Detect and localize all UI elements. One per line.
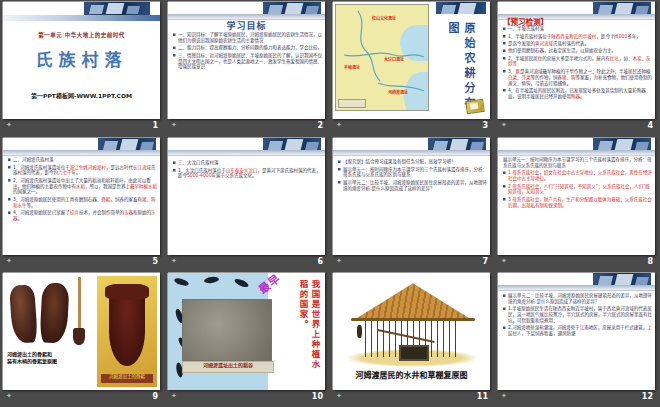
text-line: 3 母系氏族社会，财产共有，生产和分配都以集体为基础；父系氏族社会后期，出现私有…	[503, 196, 653, 208]
slide-cell-5: 二、河姆渡氏族村落1、河姆渡氏族村落遗址位于浙江余姚河姆渡村，是远古时代长江流域…	[0, 136, 165, 272]
text-line: 他们使用磨制石器，过着定居生活，以原始农业为主。	[503, 48, 653, 54]
slide-cell-1: 第一单元 中华大地上的史前时代 氏族村落 第一PPT模板网-WWW.1PPT.C…	[0, 0, 165, 136]
bullet-icon	[503, 57, 506, 60]
bullet-icon	[173, 54, 176, 57]
text-line: 1 母系氏族社会，妇女在社会中占主导地位；父系氏族社会，男性在经济社会中占主导地…	[503, 170, 653, 182]
text-line: 展示单元一：按时间顺序为本节课学习的三个氏族村落遗存排序，分析：母系氏族与父系氏…	[503, 157, 653, 169]
animation-indicator-icon: ✦	[336, 258, 342, 265]
slide-number: 1	[152, 121, 158, 130]
slide-cell-11: 河姆渡居民的水井和草棚复原图 ✦ 11	[330, 271, 495, 407]
text-line: 是迄今发现的黄河流域氏族村落的代表。	[503, 41, 653, 47]
text-line: 展示单元一：按时间顺序为本节课学习的三个氏族村落遗存排序，分析：母系氏族与父系氏…	[338, 166, 488, 178]
slide-thumbnail-6[interactable]: 三、大汶口氏族村落1、大汶口氏族村落位于山东泰安大汶口，是黄河下游氏族村落的代表…	[168, 138, 325, 255]
slide-body: 三、大汶口氏族村落1、大汶口氏族村落位于山东泰安大汶口，是黄河下游氏族村落的代表…	[173, 160, 323, 201]
slide-thumbnail-4[interactable]: 【预习检测】 一、半坡氏族村落1、半坡氏族村落位于陕西西安附近的半坡村，距今 约…	[498, 2, 655, 119]
bone-blade	[73, 328, 85, 345]
text-line: 4、河姆渡原始居民已掌握了挖井技术，并会制作简单的玉器和原始的乐器。	[8, 209, 158, 221]
slide-cell-8: 展示单元一：按时间顺序为本节课学习的三个氏族村落遗存排序，分析：母系氏族与父系氏…	[495, 136, 660, 272]
header-band	[498, 150, 655, 156]
thatched-roof	[355, 283, 471, 319]
animation-indicator-icon: ✦	[336, 122, 342, 129]
slide-cell-3: 红山文化遗址 大汶口遗址 半坡遗址 河姆渡遗址 原始农耕分布图 ✦ 3	[330, 0, 495, 136]
header-band	[333, 150, 490, 156]
slide-number: 10	[312, 392, 323, 401]
slide-number: 2	[317, 121, 323, 130]
slide-thumbnail-10[interactable]: 河姆渡遗址出土的稻谷 我国是世界上种植水稻的国家。 最早	[168, 273, 325, 390]
wooden-handle	[78, 277, 81, 333]
slide-body: 【探究案】结合预习成果及各组任务分配，高效学习吧！展示单元一：按时间顺序为本节课…	[338, 159, 488, 226]
slide-thumbnail-3[interactable]: 红山文化遗址 大汶口遗址 半坡遗址 河姆渡遗址 原始农耕分布图	[333, 2, 490, 119]
slide-body: 展示单元二：比较半坡、河姆渡原始居民房屋建筑形态的差异，从地理环境的角度分析:是…	[503, 293, 653, 384]
slide-body: 展示单元一：按时间顺序为本节课学习的三个氏族村落遗存排序，分析：母系氏族与父系氏…	[503, 157, 653, 255]
header-band	[498, 285, 655, 291]
map-label: 红山文化遗址	[372, 16, 396, 21]
footer-credit: 第一PPT模板网-WWW.1PPT.COM	[3, 92, 160, 108]
bullet-icon	[503, 70, 506, 73]
bullet-icon	[503, 198, 506, 201]
map-label: 河姆渡遗址	[388, 90, 408, 95]
text-line: 展示单元二：比较半坡、河姆渡原始居民房屋建筑形态的差异，从地理环境的角度分析:是…	[503, 293, 653, 305]
slide-thumbnail-7[interactable]: 【探究案】结合预习成果及各组任务分配，高效学习吧！展示单元一：按时间顺序为本节课…	[333, 138, 490, 255]
photo-caption: 河姆渡出土的骨耜	[101, 374, 153, 383]
slide-body: 二、河姆渡氏族村落1、河姆渡氏族村落遗址位于浙江余姚河姆渡村，是远古时代长江流域…	[8, 157, 158, 255]
slide-cell-12: 展示单元二：比较半坡、河姆渡原始居民房屋建筑形态的差异，从地理环境的角度分析:是…	[495, 271, 660, 407]
animation-indicator-icon: ✦	[171, 258, 177, 265]
bullet-icon	[173, 161, 176, 164]
slide-thumbnail-1[interactable]: 第一单元 中华大地上的史前时代 氏族村落 第一PPT模板网-WWW.1PPT.C…	[3, 2, 160, 119]
slide-thumbnail-8[interactable]: 展示单元一：按时间顺序为本节课学习的三个氏族村落遗存排序，分析：母系氏族与父系氏…	[498, 138, 655, 255]
text-line: 一、知识目标：了解半坡原始居民、河姆渡原始居民的农耕生活情况，以他们为例说出我国…	[173, 32, 323, 44]
map-label: 半坡遗址	[344, 65, 360, 70]
bullet-icon	[503, 295, 506, 298]
bullet-icon	[503, 42, 506, 45]
bullet-icon	[503, 171, 506, 174]
bullet-icon	[503, 89, 506, 92]
roof-eave	[351, 318, 475, 321]
template-decoration-image	[593, 273, 651, 285]
slide-title: 氏族村落	[3, 46, 160, 71]
slide-number: 8	[647, 257, 653, 266]
template-decoration-image	[98, 138, 156, 150]
animation-indicator-icon: ✦	[6, 258, 12, 265]
text-line: 【探究案】结合预习成果及各组任务分配，高效学习吧！	[338, 159, 488, 165]
text-line: 一、半坡氏族村落	[503, 26, 653, 32]
slide-body: 一、半坡氏族村落1、半坡氏族村落位于陕西西安附近的半坡村，距今 约6000多年，…	[503, 26, 653, 119]
bullet-icon	[503, 50, 506, 53]
slide-thumbnail-12[interactable]: 展示单元二：比较半坡、河姆渡原始居民房屋建筑形态的差异，从地理环境的角度分析:是…	[498, 273, 655, 390]
text-line: 三、大汶口氏族村落	[173, 160, 323, 166]
template-decoration-image	[84, 2, 150, 15]
text-line: 2.河姆渡地处湿热潮湿，河姆渡处于江南地区，房屋采用干栏式建筑，上层住人，下层饲…	[503, 326, 653, 338]
slide-number: 9	[152, 392, 158, 401]
animation-indicator-icon: ✦	[6, 122, 12, 129]
bullet-icon	[8, 211, 11, 214]
slide-body: 一、知识目标：了解半坡原始居民、河姆渡原始居民的农耕生活情况，以他们为例说出我国…	[173, 32, 323, 111]
bone-tool	[109, 284, 145, 366]
animation-indicator-icon: ✦	[171, 122, 177, 129]
slide-number: 5	[152, 257, 158, 266]
bullet-icon	[503, 327, 506, 330]
slide-thumbnail-9[interactable]: 河姆渡出土的骨耜和装有木柄的骨耜复原图 河姆渡出土的骨耜	[3, 273, 160, 390]
template-decoration-image	[593, 2, 651, 14]
text-line: 三、情感目标：对河姆渡原始居民、半坡原始居民的了解，认识我国不仅是四大文明古国之…	[173, 53, 323, 71]
slide-number: 3	[482, 121, 488, 130]
template-decoration-image	[263, 2, 321, 14]
bullet-icon	[503, 35, 506, 38]
slide-thumbnail-5[interactable]: 二、河姆渡氏族村落1、河姆渡氏族村落遗址位于浙江余姚河姆渡村，是远古时代长江流域…	[3, 138, 160, 255]
bullet-icon	[503, 308, 506, 311]
map-label: 大汶口遗址	[384, 57, 404, 62]
bullet-icon	[8, 166, 11, 169]
text-line: 2、河姆渡氏族村落遗址中出土了大量的稻谷和稻秆稻叶，由此可以看出，他们种植的主要…	[8, 177, 158, 195]
bullet-icon	[503, 28, 506, 31]
map-labels: 红山文化遗址 大汶口遗址 半坡遗址 河姆渡遗址	[336, 5, 428, 110]
clipart-icon	[465, 99, 485, 114]
slide-title: 学习目标	[168, 19, 325, 32]
slide-thumbnail-2[interactable]: 学习目标 一、知识目标：了解半坡原始居民、河姆渡原始居民的农耕生活情况，以他们为…	[168, 2, 325, 119]
slide-thumbnail-11[interactable]: 河姆渡居民的水井和草棚复原图	[333, 273, 490, 390]
header-band	[3, 150, 160, 156]
text-line: 1.半坡原始居民生活在陕西西安附近半坡村，属于西北黄河流域的代表居民，这一地区气…	[503, 307, 653, 325]
water-well	[399, 345, 429, 361]
bullet-icon	[338, 168, 341, 171]
farming-distribution-map: 红山文化遗址 大汶口遗址 半坡遗址 河姆渡遗址	[335, 4, 429, 111]
slide-cell-6: 三、大汶口氏族村落1、大汶口氏族村落位于山东泰安大汶口，是黄河下游氏族村落的代表…	[165, 136, 330, 272]
slide-number: 12	[642, 392, 653, 401]
animation-indicator-icon: ✦	[171, 393, 177, 400]
